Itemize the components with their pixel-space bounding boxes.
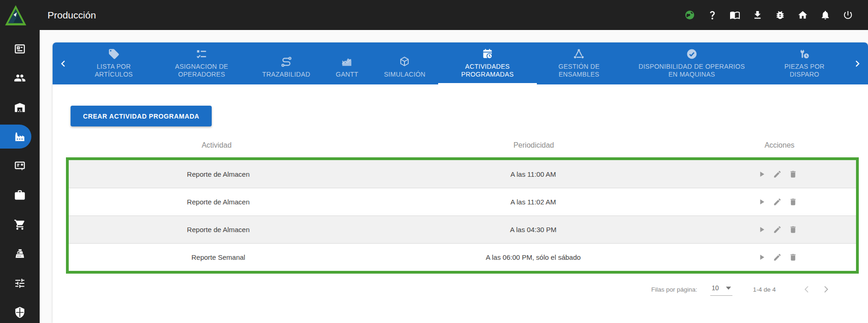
- sidebar-item-sales[interactable]: [0, 239, 40, 269]
- sidebar-item-certificates[interactable]: [0, 151, 40, 181]
- sidebar-item-users[interactable]: [0, 64, 40, 93]
- table-row: Reporte de Almacen A las 04:30 PM: [69, 215, 856, 243]
- cell-actividad: Reporte de Almacen: [69, 170, 368, 178]
- column-header-actividad: Actividad: [66, 141, 367, 150]
- tune-icon: [14, 277, 26, 289]
- cell-actividad: Reporte de Almacen: [69, 226, 368, 233]
- tab-label: PIEZAS POR DISPARO: [775, 63, 834, 78]
- tab-gestion-de-ensambles[interactable]: GESTIÓN DE ENSAMBLES: [537, 42, 621, 84]
- delete-icon[interactable]: [789, 170, 797, 179]
- dropdown-arrow-icon: [726, 287, 731, 290]
- power-icon[interactable]: [843, 10, 853, 20]
- check-circle-icon: [686, 48, 698, 60]
- news-icon: [14, 43, 26, 55]
- tabs: LISTA POR ARTÍCULOS ASIGNACION DE OPERAD…: [74, 42, 847, 84]
- chevron-right-icon: [821, 285, 831, 294]
- warehouse-icon: [14, 102, 26, 114]
- topbar-actions: [684, 10, 853, 20]
- help-icon[interactable]: [707, 10, 718, 20]
- table-row: Reporte Semanal A las 06:00 PM, sólo el …: [69, 243, 856, 271]
- column-header-acciones: Acciones: [700, 141, 859, 150]
- tab-label: ACTIVIDADES PROGRAMADAS: [451, 63, 524, 78]
- cell-periodicidad: A las 11:00 AM: [368, 170, 699, 178]
- play-icon[interactable]: [757, 197, 766, 206]
- line-chart-icon: [341, 56, 353, 68]
- tab-piezas-por-disparo[interactable]: PIEZAS POR DISPARO: [762, 42, 847, 84]
- tab-asignacion-de-operadores[interactable]: ASIGNACION DE OPERADORES: [154, 42, 249, 84]
- pagination-range-label: 1-4 de 4: [753, 286, 776, 293]
- chevron-left-icon: [802, 285, 811, 294]
- rows-per-page-label: Filas por página:: [651, 286, 697, 293]
- edit-icon[interactable]: [773, 170, 782, 179]
- play-icon[interactable]: [757, 225, 766, 234]
- cash-register-icon: [14, 248, 26, 260]
- wrench-clock-icon: [798, 48, 810, 60]
- calendar-clock-icon: [482, 48, 493, 60]
- chevron-left-icon: [59, 60, 67, 68]
- manual-book-icon[interactable]: [730, 10, 740, 20]
- tab-simulacion[interactable]: SIMULACIÓN: [371, 42, 439, 84]
- cell-acciones: [699, 225, 856, 234]
- cell-actividad: Reporte Semanal: [69, 253, 368, 261]
- sidebar-item-warehouse[interactable]: [0, 93, 40, 122]
- previous-page-button[interactable]: [797, 280, 816, 299]
- assembly-route-icon: [573, 48, 585, 60]
- sidebar-item-production[interactable]: [0, 122, 40, 152]
- sidebar-item-security[interactable]: [0, 298, 40, 323]
- bug-report-icon[interactable]: [775, 10, 785, 20]
- chevron-right-icon: [853, 60, 862, 68]
- cart-icon: [14, 219, 26, 231]
- cell-periodicidad: A las 06:00 PM, sólo el sábado: [368, 253, 699, 261]
- column-header-periodicidad: Periodicidad: [367, 141, 700, 150]
- sidebar-item-services[interactable]: [0, 181, 40, 210]
- tab-trazabilidad[interactable]: TRAZABILIDAD: [250, 42, 323, 84]
- tab-actividades-programadas[interactable]: ACTIVIDADES PROGRAMADAS: [438, 42, 536, 84]
- play-icon[interactable]: [757, 253, 766, 262]
- cell-acciones: [699, 197, 856, 206]
- sidebar-item-settings[interactable]: [0, 269, 40, 298]
- page-title: Producción: [48, 10, 96, 21]
- rows-per-page-select[interactable]: 10: [710, 283, 733, 296]
- tab-label: GESTIÓN DE ENSAMBLES: [549, 63, 608, 78]
- topbar: Producción: [0, 0, 868, 30]
- create-scheduled-activity-button[interactable]: CREAR ACTIVIDAD PROGRAMADA: [71, 106, 212, 126]
- sidebar-item-news[interactable]: [0, 34, 40, 64]
- tab-label: TRAZABILIDAD: [262, 71, 310, 78]
- tab-lista-por-articulos[interactable]: LISTA POR ARTÍCULOS: [74, 42, 154, 84]
- sidebar: [0, 30, 40, 323]
- main-area: LISTA POR ARTÍCULOS ASIGNACION DE OPERAD…: [40, 30, 868, 323]
- next-page-button[interactable]: [816, 280, 836, 299]
- tab-label: GANTT: [336, 71, 358, 78]
- tab-gantt[interactable]: GANTT: [323, 42, 371, 84]
- tab-label: DISPONIBILIDAD DE OPERARIOS EN MAQUINAS: [634, 63, 749, 78]
- cube-icon: [398, 56, 410, 68]
- certificate-icon: [14, 160, 26, 172]
- edit-icon[interactable]: [773, 253, 782, 262]
- play-icon[interactable]: [757, 170, 766, 179]
- tab-bar: LISTA POR ARTÍCULOS ASIGNACION DE OPERAD…: [53, 42, 868, 84]
- delete-icon[interactable]: [789, 225, 797, 234]
- tabs-scroll-right-button[interactable]: [847, 42, 868, 84]
- download-icon[interactable]: [752, 10, 763, 20]
- notifications-icon[interactable]: [820, 10, 831, 20]
- pagination: Filas por página: 10 1-4 de 4: [66, 277, 859, 301]
- edit-icon[interactable]: [773, 197, 782, 206]
- checklist-icon: [196, 48, 208, 60]
- shield-icon: [14, 306, 26, 318]
- tab-label: ASIGNACION DE OPERADORES: [166, 63, 237, 78]
- sidebar-item-purchases[interactable]: [0, 210, 40, 239]
- tab-label: LISTA POR ARTÍCULOS: [87, 63, 141, 78]
- delete-icon[interactable]: [789, 253, 797, 262]
- edit-icon[interactable]: [773, 225, 782, 234]
- tab-disponibilidad-de-operarios[interactable]: DISPONIBILIDAD DE OPERARIOS EN MAQUINAS: [621, 42, 762, 84]
- home-icon[interactable]: [797, 10, 808, 20]
- tab-label: SIMULACIÓN: [384, 71, 425, 78]
- route-icon: [280, 56, 292, 68]
- app-logo: [4, 4, 27, 27]
- tabs-scroll-left-button[interactable]: [53, 42, 74, 84]
- tag-icon: [108, 48, 120, 60]
- delete-icon[interactable]: [789, 197, 797, 206]
- cell-periodicidad: A las 11:02 AM: [368, 198, 699, 206]
- globe-icon[interactable]: [684, 10, 695, 20]
- cell-periodicidad: A las 04:30 PM: [368, 226, 699, 233]
